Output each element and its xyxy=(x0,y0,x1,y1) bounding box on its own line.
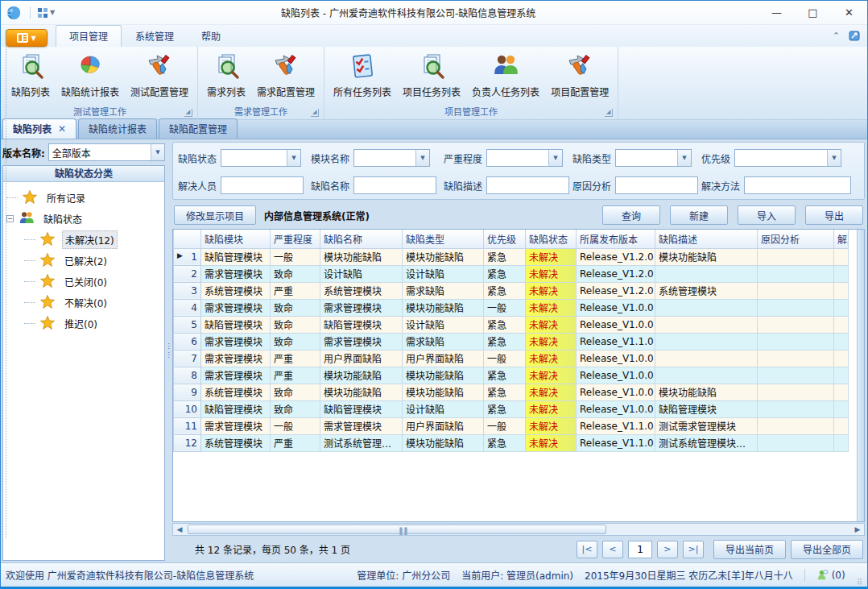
cell[interactable]: 未解决 xyxy=(526,400,577,417)
doc-tab-缺陷配置管理[interactable]: 缺陷配置管理 xyxy=(159,118,238,139)
cell[interactable]: 需求管理模块 xyxy=(201,299,271,316)
cell[interactable]: 未解决 xyxy=(526,282,577,299)
ribbon-button-项目任务列表[interactable]: 项目任务列表 xyxy=(397,49,466,100)
ribbon-tab-系统管理[interactable]: 系统管理 xyxy=(122,25,188,47)
cell[interactable]: 紧急 xyxy=(484,282,526,299)
cell[interactable]: 未解决 xyxy=(526,316,577,333)
cell[interactable] xyxy=(834,367,849,384)
cell[interactable]: 一般 xyxy=(271,248,320,265)
column-header-原因分析[interactable]: 原因分析 xyxy=(758,230,834,248)
ribbon-button-项目配置管理[interactable]: 项目配置管理 xyxy=(545,49,614,100)
cell[interactable] xyxy=(655,265,758,282)
cell[interactable]: 未解决 xyxy=(526,434,577,451)
column-header-缺陷名称[interactable]: 缺陷名称 xyxy=(320,230,403,248)
action-button-导入[interactable]: 导入 xyxy=(738,205,796,225)
filter-input-模块名称[interactable] xyxy=(354,150,415,166)
group-dialog-launcher-icon[interactable]: ◢ xyxy=(605,109,613,117)
application-menu-button[interactable]: ▼ xyxy=(6,29,48,47)
cell[interactable]: 测试系统管理模块… xyxy=(655,434,758,451)
cell[interactable] xyxy=(655,367,758,384)
cell[interactable]: 缺陷管理模块 xyxy=(320,400,403,417)
filter-input-缺陷描述[interactable] xyxy=(487,177,568,193)
close-button[interactable]: ✕ xyxy=(831,1,867,24)
row-number[interactable]: 6 xyxy=(174,333,201,350)
row-indicator-header[interactable] xyxy=(174,230,201,248)
cell[interactable] xyxy=(834,434,849,451)
cell[interactable]: Release_V1.0.0 xyxy=(577,316,655,333)
cell[interactable]: 设计缺陷 xyxy=(403,265,484,282)
cell[interactable]: 未解决 xyxy=(526,384,577,400)
table-row[interactable]: 5缺陷管理模块致命缺陷管理模块设计缺陷紧急未解决Release_V1.0.0 xyxy=(174,316,849,333)
column-header-缺陷描述[interactable]: 缺陷描述 xyxy=(655,230,758,248)
cell[interactable]: 一般 xyxy=(484,417,526,434)
maximize-button[interactable]: □ xyxy=(795,1,831,24)
chevron-down-icon[interactable]: ▼ xyxy=(415,150,429,166)
filter-input-解决人员[interactable] xyxy=(221,177,303,193)
prev-page-button[interactable]: < xyxy=(602,541,623,558)
close-tab-icon[interactable]: ✕ xyxy=(58,123,66,135)
collapse-node-icon[interactable]: − xyxy=(6,215,14,222)
cell[interactable]: 紧急 xyxy=(484,265,526,282)
cell[interactable] xyxy=(834,265,849,282)
doc-tab-缺陷列表[interactable]: 缺陷列表✕ xyxy=(2,118,76,139)
cell[interactable]: 模块功能缺陷 xyxy=(320,367,403,384)
cell[interactable]: 需求管理模块 xyxy=(320,299,403,316)
cell[interactable] xyxy=(655,316,758,333)
cell[interactable]: Release_V1.1.0 xyxy=(577,333,655,350)
cell[interactable]: 紧急 xyxy=(484,333,526,350)
cell[interactable]: 缺陷管理模块 xyxy=(201,248,271,265)
row-number[interactable]: 7 xyxy=(174,350,201,367)
tree-item-推迟(0)[interactable]: 推迟(0) xyxy=(24,313,161,334)
minimize-button[interactable]: — xyxy=(758,1,795,24)
ribbon-button-需求配置管理[interactable]: 需求配置管理 xyxy=(251,49,320,100)
row-number[interactable]: ▶1 xyxy=(174,248,201,265)
chevron-down-icon[interactable]: ▼ xyxy=(151,144,164,160)
row-number[interactable]: 11 xyxy=(174,417,201,434)
cell[interactable] xyxy=(834,417,849,434)
resize-grip[interactable]: ⠿ xyxy=(857,578,862,587)
cell[interactable]: 设计缺陷 xyxy=(320,265,403,282)
cell[interactable] xyxy=(758,434,834,451)
scrollbar-thumb[interactable]: ▐▐ xyxy=(188,525,606,534)
action-button-导出[interactable]: 导出 xyxy=(805,205,863,225)
row-number[interactable]: 3 xyxy=(174,282,201,299)
cell[interactable]: 模块功能缺陷 xyxy=(403,299,484,316)
cell[interactable] xyxy=(758,248,834,265)
ribbon-button-测试配置管理[interactable]: 测试配置管理 xyxy=(125,49,194,100)
cell[interactable]: 系统管理模块 xyxy=(201,384,271,400)
cell[interactable]: 一般 xyxy=(271,417,320,434)
cell[interactable] xyxy=(758,367,834,384)
column-header-缺陷状态[interactable]: 缺陷状态 xyxy=(526,230,577,248)
filter-input-优先级[interactable] xyxy=(735,150,827,166)
column-header-缺陷类型[interactable]: 缺陷类型 xyxy=(403,230,484,248)
cell[interactable] xyxy=(758,333,834,350)
tree-item-所有记录[interactable]: 所有记录 xyxy=(6,187,161,208)
cell[interactable]: 致命 xyxy=(271,400,320,417)
tree-item-不解决(0)[interactable]: 不解决(0) xyxy=(24,292,161,313)
cell[interactable] xyxy=(758,384,834,400)
filter-input-缺陷状态[interactable] xyxy=(221,150,287,166)
cell[interactable]: 模块功能缺陷 xyxy=(403,434,484,451)
modify-display-items-button[interactable]: 修改显示项目 xyxy=(174,205,256,225)
cell[interactable]: 模块功能缺陷 xyxy=(403,367,484,384)
cell[interactable]: 未解决 xyxy=(526,248,577,265)
cell[interactable]: 需求管理模块 xyxy=(201,417,271,434)
ribbon-button-所有任务列表[interactable]: 所有任务列表 xyxy=(328,49,397,100)
cell[interactable]: 一般 xyxy=(484,299,526,316)
cell[interactable]: Release_V1.2.0 xyxy=(577,282,655,299)
row-number[interactable]: 8 xyxy=(174,367,201,384)
first-page-button[interactable]: |< xyxy=(577,541,597,558)
doc-tab-缺陷统计报表[interactable]: 缺陷统计报表 xyxy=(78,118,157,139)
scroll-left-icon[interactable]: ◀ xyxy=(173,525,186,533)
cell[interactable]: 缺陷管理模块 xyxy=(201,400,271,417)
row-number[interactable]: 10 xyxy=(174,400,201,417)
cell[interactable]: 模块功能缺陷 xyxy=(655,384,758,400)
cell[interactable] xyxy=(655,350,758,367)
filter-input-缺陷类型[interactable] xyxy=(616,150,677,166)
cell[interactable]: 致命 xyxy=(271,384,320,400)
next-page-button[interactable]: > xyxy=(657,541,678,558)
tree-item-已解决(2)[interactable]: 已解决(2) xyxy=(24,250,161,271)
cell[interactable]: 需求管理模块 xyxy=(320,417,403,434)
cell[interactable] xyxy=(834,248,849,265)
cell[interactable]: 用户界面缺陷 xyxy=(320,350,403,367)
